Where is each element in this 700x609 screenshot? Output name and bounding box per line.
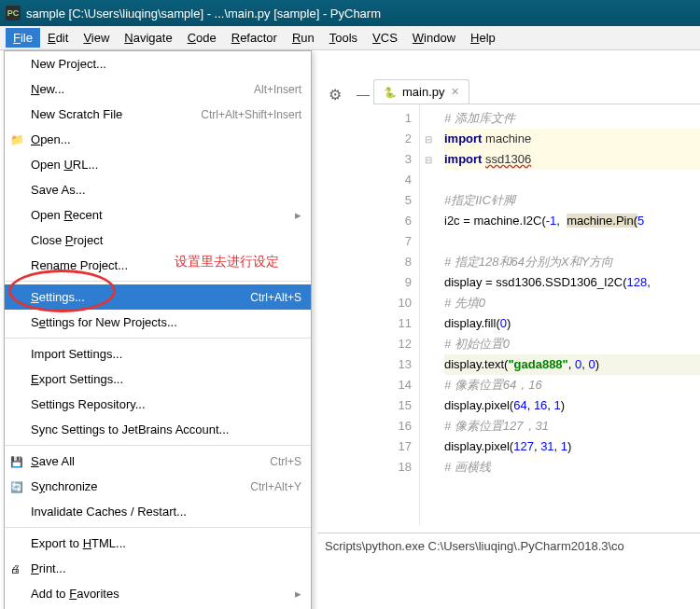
menu-separator xyxy=(5,281,311,282)
fold-marker xyxy=(420,395,437,416)
shortcut-text: Ctrl+S xyxy=(270,455,301,468)
code-line[interactable]: # 像素位置127，31 xyxy=(444,416,700,436)
line-number: 1 xyxy=(373,108,412,129)
menu-item-add-to-favorites[interactable]: Add to Favorites▸ xyxy=(5,581,311,606)
fold-marker xyxy=(420,334,437,354)
code-line[interactable]: display.fill(0) xyxy=(444,313,700,334)
menu-item-label: Open... xyxy=(31,132,301,146)
menu-view[interactable]: View xyxy=(76,28,117,48)
menu-tools[interactable]: Tools xyxy=(322,28,365,48)
menu-item-label: Print... xyxy=(31,561,301,575)
menu-item-export-settings[interactable]: Export Settings... xyxy=(5,367,311,392)
menu-item-open-url[interactable]: Open URL... xyxy=(5,152,311,177)
menu-item-label: Save All xyxy=(31,454,270,468)
menu-item-label: Export Settings... xyxy=(31,372,301,386)
fold-marker xyxy=(420,108,437,129)
menu-run[interactable]: Run xyxy=(285,28,322,48)
menu-item-label: Open Recent xyxy=(31,208,295,222)
tab-label: main.py xyxy=(402,85,445,99)
menu-item-new-project[interactable]: New Project... xyxy=(5,51,311,76)
menu-item-settings[interactable]: Settings...Ctrl+Alt+S xyxy=(5,284,311,310)
code-line[interactable] xyxy=(444,170,700,190)
code-line[interactable] xyxy=(444,231,700,252)
line-number: 6 xyxy=(373,211,412,231)
code-line[interactable]: # 像素位置64，16 xyxy=(444,375,700,395)
code-line[interactable]: # 画横线 xyxy=(444,457,700,478)
menu-item-settings-repository[interactable]: Settings Repository... xyxy=(5,392,311,417)
editor-tab[interactable]: main.py ✕ xyxy=(373,79,469,104)
menu-item-new[interactable]: New...Alt+Insert xyxy=(5,76,311,102)
fold-marker[interactable]: ⊟ xyxy=(420,129,437,149)
close-icon[interactable]: ✕ xyxy=(451,86,459,98)
code-line[interactable]: # 初始位置0 xyxy=(444,334,700,354)
code-line[interactable]: # 指定128和64分别为X和Y方向 xyxy=(444,252,700,272)
fold-marker xyxy=(420,354,437,375)
menu-item-label: Invalidate Caches / Restart... xyxy=(31,505,301,519)
line-numbers: 123456789101112131415161718 xyxy=(373,104,420,525)
fold-marker xyxy=(420,170,437,190)
shortcut-text: Ctrl+Alt+S xyxy=(250,291,301,304)
shortcut-text: Alt+Insert xyxy=(254,83,301,96)
menu-item-label: New Scratch File xyxy=(31,107,201,121)
run-console[interactable]: Scripts\python.exe C:\Users\liuqing\.PyC… xyxy=(317,533,700,609)
menu-vcs[interactable]: VCS xyxy=(365,28,405,48)
menu-item-print[interactable]: Print... xyxy=(5,556,311,581)
fold-marker[interactable]: ⊟ xyxy=(420,149,437,170)
menu-item-settings-for-new-projects[interactable]: Settings for New Projects... xyxy=(5,310,311,335)
menu-help[interactable]: Help xyxy=(463,28,503,48)
line-number: 17 xyxy=(373,436,412,457)
menu-item-invalidate-caches-restart[interactable]: Invalidate Caches / Restart... xyxy=(5,499,311,524)
menu-item-open-recent[interactable]: Open Recent▸ xyxy=(5,202,311,228)
menu-edit[interactable]: Edit xyxy=(40,28,76,48)
menu-item-export-to-html[interactable]: Export to HTML... xyxy=(5,531,311,556)
menu-navigate[interactable]: Navigate xyxy=(117,28,179,48)
menu-item-close-project[interactable]: Close Project xyxy=(5,228,311,253)
code-line[interactable]: display.text("gada888", 0, 0) xyxy=(444,354,700,375)
code-line[interactable]: # 先填0 xyxy=(444,293,700,313)
code-editor[interactable]: 123456789101112131415161718 ⊟⊟ # 添加库文件im… xyxy=(373,104,700,525)
code-line[interactable]: display = ssd1306.SSD1306_I2C(128, xyxy=(444,272,700,293)
fold-marker xyxy=(420,231,437,252)
menu-item-open[interactable]: Open... xyxy=(5,127,311,152)
menu-item-label: Settings for New Projects... xyxy=(31,315,301,329)
chevron-right-icon: ▸ xyxy=(295,208,301,222)
code-line[interactable]: i2c = machine.I2C(-1, machine.Pin(5 xyxy=(444,211,700,231)
gear-icon[interactable] xyxy=(325,84,345,104)
editor-tab-bar: main.py ✕ xyxy=(373,78,700,104)
menu-item-new-scratch-file[interactable]: New Scratch FileCtrl+Alt+Shift+Insert xyxy=(5,102,311,127)
menu-separator xyxy=(5,445,311,446)
collapse-icon[interactable] xyxy=(353,84,373,104)
file-menu-dropdown: New Project...New...Alt+InsertNew Scratc… xyxy=(4,50,312,609)
code-line[interactable]: import ssd1306 xyxy=(444,149,700,170)
line-number: 10 xyxy=(373,293,412,313)
menu-file[interactable]: File xyxy=(6,28,40,48)
code-line[interactable]: display.pixel(127, 31, 1) xyxy=(444,436,700,457)
menu-item-sync-settings-to-jetbrains-account[interactable]: Sync Settings to JetBrains Account... xyxy=(5,417,311,442)
menu-refactor[interactable]: Refactor xyxy=(224,28,285,48)
line-number: 8 xyxy=(373,252,412,272)
code-line[interactable]: #指定IIC针脚 xyxy=(444,190,700,211)
menu-code[interactable]: Code xyxy=(180,28,224,48)
menu-separator xyxy=(5,527,311,528)
line-number: 13 xyxy=(373,354,412,375)
line-number: 12 xyxy=(373,334,412,354)
fold-marker xyxy=(420,457,437,478)
fold-marker xyxy=(420,313,437,334)
fold-marker xyxy=(420,190,437,211)
menubar: FileEditViewNavigateCodeRefactorRunTools… xyxy=(0,26,700,50)
code-line[interactable]: display.pixel(64, 16, 1) xyxy=(444,395,700,416)
menu-item-label: Open URL... xyxy=(31,158,301,172)
menu-item-label: Sync Settings to JetBrains Account... xyxy=(31,422,301,436)
menu-item-save-all[interactable]: Save AllCtrl+S xyxy=(5,449,311,474)
code-line[interactable]: # 添加库文件 xyxy=(444,108,700,129)
menu-item-save-as[interactable]: Save As... xyxy=(5,177,311,202)
code-area[interactable]: # 添加库文件import machineimport ssd1306 #指定I… xyxy=(437,104,700,525)
menu-item-label: Synchronize xyxy=(31,479,250,493)
menu-window[interactable]: Window xyxy=(405,28,463,48)
window-titlebar: PC sample [C:\Users\liuqing\sample] - ..… xyxy=(0,0,700,26)
sync-icon xyxy=(10,479,25,494)
menu-item-import-settings[interactable]: Import Settings... xyxy=(5,341,311,367)
menu-item-synchronize[interactable]: SynchronizeCtrl+Alt+Y xyxy=(5,474,311,499)
code-line[interactable]: import machine xyxy=(444,129,700,149)
menu-separator xyxy=(5,338,311,339)
